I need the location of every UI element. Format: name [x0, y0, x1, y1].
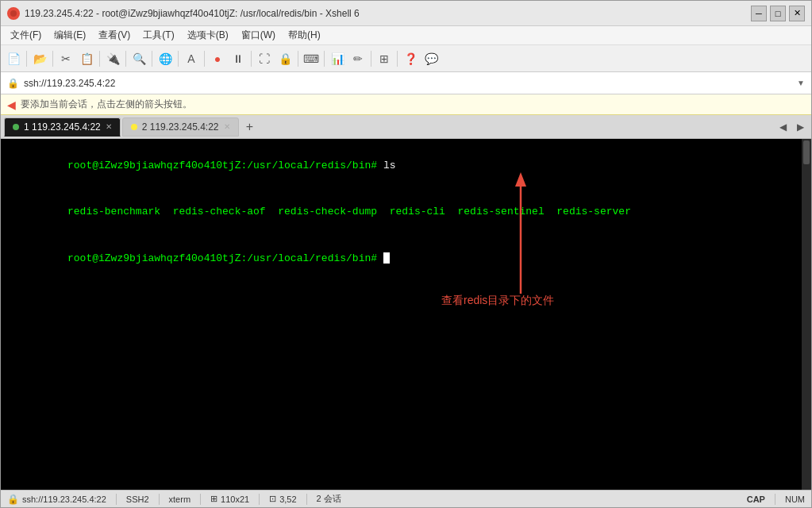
status-cap-text: CAP [747, 495, 765, 504]
toolbar-sep-6 [178, 51, 179, 67]
toolbar-sep-10 [324, 51, 325, 67]
toolbar-btn-11[interactable]: 📊 [328, 49, 347, 68]
status-protocol-section: SSH2 [126, 495, 149, 504]
toolbar-sep-7 [204, 51, 205, 67]
status-pos-icon: ⊡ [269, 494, 276, 504]
toolbar-sep-1 [26, 51, 27, 67]
terminal-content: root@iZwz9bjiawhqzf40o410tjZ:/usr/local/… [6, 142, 787, 282]
window-title: 119.23.245.4:22 - root@iZwz9bjiawhqzf40o… [25, 8, 360, 19]
new-tab-button[interactable]: + [241, 117, 260, 137]
terminal-scrollbar[interactable] [802, 139, 811, 490]
menu-tools[interactable]: 工具(T) [137, 27, 180, 44]
tab-nav: ◀ ▶ [775, 119, 808, 135]
terminal-line-1: root@iZwz9bjiawhqzf40o410tjZ:/usr/local/… [6, 142, 787, 189]
terminal-wrapper: root@iZwz9bjiawhqzf40o410tjZ:/usr/local/… [1, 139, 811, 490]
toolbar-sep-11 [371, 51, 371, 67]
title-bar: 119.23.245.4:22 - root@iZwz9bjiawhqzf40o… [1, 1, 811, 26]
scrollbar-thumb[interactable] [803, 140, 810, 164]
toolbar-sep-2 [52, 51, 53, 67]
font-button[interactable]: A [182, 49, 201, 68]
chat-button[interactable]: 💬 [421, 49, 441, 68]
layout-button[interactable]: ⊞ [375, 49, 394, 68]
toolbar-btn-12[interactable]: ✏ [348, 49, 368, 68]
keyboard-button[interactable]: ⌨ [302, 49, 321, 68]
toolbar-sep-12 [397, 51, 398, 67]
minimize-button[interactable]: ─ [751, 6, 767, 21]
address-lock-icon: 🔒 [7, 78, 19, 89]
terminal[interactable]: root@iZwz9bjiawhqzf40o410tjZ:/usr/local/… [1, 139, 802, 490]
fullscreen-button[interactable]: ⛶ [255, 49, 274, 68]
tab-next-button[interactable]: ▶ [792, 119, 808, 135]
menu-help[interactable]: 帮助(H) [282, 27, 327, 44]
menu-view[interactable]: 查看(V) [92, 27, 137, 44]
status-sep-1 [116, 494, 117, 505]
prompt-1-cmd: ls [377, 160, 395, 171]
tab-2-close-button[interactable]: ✕ [224, 122, 230, 131]
lock-button[interactable]: 🔒 [275, 49, 294, 68]
status-num-section: NUM [785, 495, 805, 504]
address-dropdown-button[interactable]: ▼ [797, 79, 805, 87]
status-position: 3,52 [279, 495, 296, 504]
toolbar: 📄 📂 ✂ 📋 🔌 🔍 🌐 A ● ⏸ ⛶ 🔒 ⌨ 📊 ✏ ⊞ ❓ 💬 [1, 45, 811, 72]
tab-1-status-dot [13, 124, 19, 130]
menu-window[interactable]: 窗口(W) [235, 27, 282, 44]
tab-2-label: 2 119.23.245.4:22 [142, 121, 219, 133]
toolbar-btn-9[interactable]: ⏸ [229, 49, 248, 68]
search-button[interactable]: 🔍 [129, 49, 148, 68]
address-bar: 🔒 ssh://119.23.245.4:22 ▼ [1, 72, 811, 94]
toolbar-sep-9 [298, 51, 298, 67]
close-button[interactable]: ✕ [789, 6, 805, 21]
tab-bar: 1 119.23.245.4:22 ✕ 2 119.23.245.4:22 ✕ … [1, 115, 811, 139]
status-sep-4 [259, 494, 260, 505]
open-button[interactable]: 📂 [30, 49, 49, 68]
toolbar-btn-8[interactable]: ● [208, 49, 227, 68]
tab-2-status-dot [131, 124, 137, 130]
prompt-1-path: root@iZwz9bjiawhqzf40o410tjZ:/usr/local/… [67, 160, 377, 171]
terminal-line-3: root@iZwz9bjiawhqzf40o410tjZ:/usr/local/… [6, 235, 787, 282]
toolbar-sep-4 [125, 51, 126, 67]
help-button[interactable]: ❓ [401, 49, 420, 68]
menu-bar: 文件(F) 编辑(E) 查看(V) 工具(T) 选项卡(B) 窗口(W) 帮助(… [1, 26, 811, 45]
toolbar-sep-3 [99, 51, 100, 67]
toolbar-sep-8 [251, 51, 252, 67]
toolbar-sep-5 [152, 51, 152, 67]
status-cap-section: CAP [747, 495, 765, 504]
status-sep-5 [306, 494, 307, 505]
annotation-text: 查看redis目录下的文件 [441, 294, 554, 308]
new-session-button[interactable]: 📄 [4, 49, 23, 68]
status-protocol: SSH2 [126, 495, 149, 504]
tab-prev-button[interactable]: ◀ [775, 119, 791, 135]
menu-tabs[interactable]: 选项卡(B) [181, 27, 235, 44]
prompt-2-path: root@iZwz9bjiawhqzf40o410tjZ:/usr/local/… [67, 252, 377, 264]
status-size: 110x21 [221, 495, 249, 504]
status-bar: 🔒 ssh://119.23.245.4:22 SSH2 xterm ⊞ 110… [1, 490, 811, 507]
status-size-icon: ⊞ [210, 494, 217, 504]
status-sep-2 [159, 494, 160, 505]
window-controls: ─ □ ✕ [751, 6, 805, 21]
status-sessions-section: 2 会话 [317, 493, 341, 505]
status-sep-3 [200, 494, 201, 505]
status-num-text: NUM [785, 495, 805, 504]
maximize-button[interactable]: □ [770, 6, 786, 21]
status-sep-6 [775, 494, 775, 505]
prompt-2-space [377, 252, 383, 264]
terminal-cursor [383, 252, 390, 264]
file-list: redis-benchmark redis-check-aof redis-ch… [67, 206, 631, 217]
menu-file[interactable]: 文件(F) [4, 27, 48, 44]
connect-button[interactable]: 🔌 [103, 49, 122, 68]
info-bar: ◀ 要添加当前会话，点击左侧的箭头按钮。 [1, 94, 811, 115]
app-icon [7, 7, 20, 20]
status-terminal-type: xterm [169, 495, 191, 504]
tab-1[interactable]: 1 119.23.245.4:22 ✕ [4, 117, 121, 137]
address-url: ssh://119.23.245.4:22 [24, 78, 792, 89]
menu-edit[interactable]: 编辑(E) [48, 27, 92, 44]
toolbar-btn-4[interactable]: 📋 [77, 49, 96, 68]
app-window: 119.23.245.4:22 - root@iZwz9bjiawhqzf40o… [0, 0, 812, 508]
status-lock-icon: 🔒 [7, 494, 19, 505]
status-terminal-section: xterm [169, 495, 191, 504]
tab-1-close-button[interactable]: ✕ [106, 122, 112, 131]
tab-1-label: 1 119.23.245.4:22 [24, 121, 101, 133]
globe-button[interactable]: 🌐 [156, 49, 175, 68]
toolbar-btn-3[interactable]: ✂ [56, 49, 75, 68]
tab-2[interactable]: 2 119.23.245.4:22 ✕ [122, 117, 239, 137]
